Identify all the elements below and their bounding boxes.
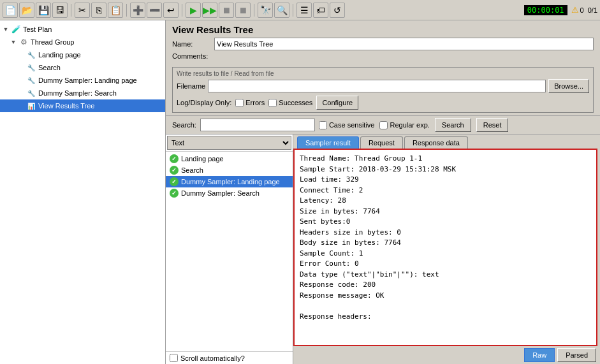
add-button[interactable]: ➕ xyxy=(130,3,145,18)
stop-all-button[interactable]: ⏹ xyxy=(235,3,251,18)
raw-button[interactable]: Raw xyxy=(524,348,555,362)
toggle-icon: ▼ xyxy=(10,39,17,45)
case-sensitive-group[interactable]: Case sensitive xyxy=(319,121,375,129)
detail-panel: Sampler result Request Response data Thr… xyxy=(293,135,600,364)
search-input[interactable] xyxy=(200,119,315,131)
tag-button[interactable]: 🏷 xyxy=(313,3,328,18)
sidebar-item-label: View Results Tree xyxy=(38,102,94,110)
browse-button[interactable]: Browse... xyxy=(548,79,589,93)
successes-checkbox-group[interactable]: Successes xyxy=(268,99,312,107)
magnet-button[interactable]: 🔍 xyxy=(274,3,289,18)
sidebar-item-search[interactable]: 🔧 Search xyxy=(0,61,165,74)
regexp-checkbox[interactable] xyxy=(379,121,388,129)
sidebar-item-label: Landing page xyxy=(38,51,81,59)
landing-page-icon: 🔧 xyxy=(26,50,36,60)
tree-list-panel: Text HTML JSON XML Regexp Tester CSS/JQu… xyxy=(166,135,293,364)
search-row: Search: Case sensitive Regular exp. Sear… xyxy=(166,115,600,134)
result-item-label: Landing page xyxy=(181,155,224,163)
open-button[interactable]: 📂 xyxy=(19,3,34,18)
tab-sampler-result[interactable]: Sampler result xyxy=(297,136,359,149)
panel-title: View Results Tree xyxy=(172,24,594,35)
detail-tabs: Sampler result Request Response data xyxy=(293,135,600,149)
refresh-button[interactable]: ↺ xyxy=(330,3,345,18)
successes-label: Successes xyxy=(279,99,312,106)
log-display-row: Log/Display Only: Errors Successes Confi… xyxy=(177,96,589,110)
sidebar-item-label: Dummy Sampler: Landing page xyxy=(38,76,137,84)
case-sensitive-checkbox[interactable] xyxy=(319,121,327,129)
configure-button[interactable]: Configure xyxy=(316,96,358,110)
regexp-group[interactable]: Regular exp. xyxy=(379,121,429,129)
sidebar-item-label: Thread Group xyxy=(31,38,74,46)
search-button[interactable]: Search xyxy=(435,118,471,132)
status-icon-green: ✓ xyxy=(170,154,179,163)
sidebar-item-label: Dummy Sampler: Search xyxy=(38,89,117,97)
sidebar-item-dummy-landing[interactable]: 🔧 Dummy Sampler: Landing page xyxy=(0,74,165,87)
sep1 xyxy=(71,4,71,17)
result-item-landing[interactable]: ✓ Landing page xyxy=(166,153,293,164)
errors-checkbox-group[interactable]: Errors xyxy=(235,99,265,107)
sidebar-item-thread-group[interactable]: ▼ ⚙ Thread Group xyxy=(0,36,165,48)
comments-row: Comments: xyxy=(172,52,594,60)
error-ratio: 0/1 xyxy=(588,6,597,14)
save-button[interactable]: 💾 xyxy=(36,3,51,18)
remove-button[interactable]: ➖ xyxy=(147,3,162,18)
cut-button[interactable]: ✂ xyxy=(75,3,90,18)
write-results-section: Write results to file / Read from file F… xyxy=(172,67,594,113)
type-select[interactable]: Text HTML JSON XML Regexp Tester CSS/JQu… xyxy=(167,136,291,150)
spacer xyxy=(18,90,24,96)
stop-button[interactable]: ⏹ xyxy=(219,3,234,18)
sidebar-item-test-plan[interactable]: ▼ 🧪 Test Plan xyxy=(0,23,165,36)
view-results-icon: 📊 xyxy=(26,101,36,111)
filename-label: Filename xyxy=(177,82,205,90)
test-plan-icon: 🧪 xyxy=(11,24,21,34)
errors-checkbox[interactable] xyxy=(235,99,244,107)
new-button[interactable]: 📄 xyxy=(3,3,18,18)
errors-label: Errors xyxy=(245,99,265,106)
main-layout: ▼ 🧪 Test Plan ▼ ⚙ Thread Group 🔧 Landing… xyxy=(0,20,600,364)
successes-checkbox[interactable] xyxy=(268,99,277,107)
status-icon-green: ✓ xyxy=(170,189,179,198)
sidebar-item-dummy-search[interactable]: 🔧 Dummy Sampler: Search xyxy=(0,87,165,99)
result-item-search[interactable]: ✓ Search xyxy=(166,164,293,176)
sidebar-item-landing-page[interactable]: 🔧 Landing page xyxy=(0,48,165,61)
play-all-button[interactable]: ▶▶ xyxy=(202,3,217,18)
write-results-title: Write results to file / Read from file xyxy=(177,70,589,77)
spacer xyxy=(18,52,24,58)
tab-request[interactable]: Request xyxy=(360,136,403,149)
disk-button[interactable]: 🖫 xyxy=(52,3,68,18)
spacer xyxy=(18,103,24,109)
list-button[interactable]: ☰ xyxy=(296,3,312,18)
scroll-auto-checkbox[interactable] xyxy=(170,354,178,362)
tab-response-data[interactable]: Response data xyxy=(404,136,468,149)
result-item-label: Dummy Sampler: Landing page xyxy=(181,178,280,186)
status-time: 00:00:01 xyxy=(524,5,567,15)
sep3 xyxy=(182,4,182,17)
search-label: Search: xyxy=(172,121,196,129)
status-icon-green: ✓ xyxy=(170,177,179,186)
result-item-dummy-landing[interactable]: ✓ Dummy Sampler: Landing page xyxy=(166,176,293,187)
sep4 xyxy=(254,4,254,17)
copy-button[interactable]: ⎘ xyxy=(91,3,106,18)
filename-input[interactable] xyxy=(208,80,546,92)
search-icon: 🔧 xyxy=(26,62,36,73)
parsed-button[interactable]: Parsed xyxy=(557,348,596,362)
comments-label: Comments: xyxy=(172,52,210,60)
status-icon-green: ✓ xyxy=(170,166,179,175)
sidebar-item-label: Search xyxy=(38,64,61,71)
toolbar-status: 00:00:01 ⚠ 0 0/1 xyxy=(524,5,597,15)
play-button[interactable]: ▶ xyxy=(186,3,201,18)
status-warning: ⚠ 0 xyxy=(571,5,584,15)
sep5 xyxy=(293,4,293,17)
name-input[interactable] xyxy=(214,38,594,50)
paste-button[interactable]: 📋 xyxy=(108,3,123,18)
reset-button[interactable]: Reset xyxy=(476,118,509,132)
sidebar-item-label: Test Plan xyxy=(23,25,52,33)
result-item-dummy-search[interactable]: ✓ Dummy Sampler: Search xyxy=(166,187,293,199)
case-sensitive-label: Case sensitive xyxy=(329,121,375,129)
dummy-landing-icon: 🔧 xyxy=(26,75,36,85)
sidebar-item-view-results[interactable]: 📊 View Results Tree xyxy=(0,99,165,112)
content-panel: View Results Tree Name: Comments: Write … xyxy=(166,20,600,364)
toggle-icon: ▼ xyxy=(3,26,9,33)
binoculars-button[interactable]: 🔭 xyxy=(258,3,273,18)
clear-button[interactable]: ↩ xyxy=(163,3,179,18)
